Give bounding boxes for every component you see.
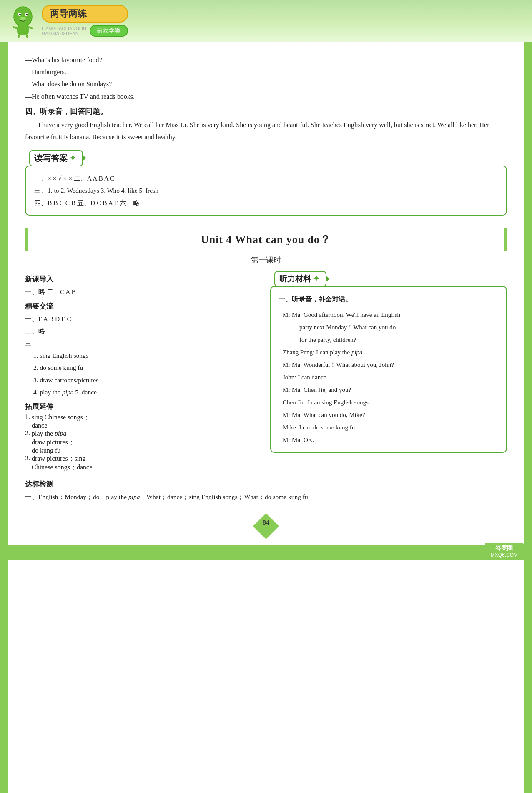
dxda-line-2: 三、1. to 2. Wednesdays 3. Who 4. like 5. … bbox=[34, 184, 498, 196]
tingli-dialog-1: party next Monday！What can you do bbox=[283, 321, 499, 334]
xinkejiaoru-line1: 一、略 二、C A B bbox=[25, 286, 262, 298]
tingli-dialog-5: John: I can dance. bbox=[283, 371, 499, 384]
right-column: 听力材料✦ 一、听录音，补全对话。 Mr Ma: Good afternoon.… bbox=[270, 271, 507, 472]
svg-line-10 bbox=[26, 34, 28, 38]
tuozhan-label: 拓展延伸 bbox=[25, 402, 262, 412]
dxda-line-1: 一、× × √ × × 二、A A B A C bbox=[34, 172, 498, 184]
tuozhan-num-1: 1. bbox=[25, 413, 30, 429]
section4-paragraph: I have a very good English teacher. We c… bbox=[25, 119, 507, 143]
svg-line-9 bbox=[18, 34, 20, 38]
badge-liangdao: 两导两练 bbox=[42, 5, 128, 23]
mascot-image bbox=[8, 4, 38, 38]
tuozhan-item-3-line-2: Chinese songs；dance bbox=[32, 463, 92, 472]
dabiao-line1: 一、English；Monday；do；play the pipa；What；d… bbox=[25, 491, 507, 503]
tingli-dialog-9: Mike: I can do some kung fu. bbox=[283, 421, 499, 434]
dabiao-section: 达标检测 一、English；Monday；do；play the pipa；W… bbox=[25, 479, 507, 503]
svg-point-5 bbox=[20, 17, 26, 20]
tuozhan-item-2-line-2: draw pictures； bbox=[32, 438, 75, 447]
footer-logo: 答案圈 MXQ€.COM bbox=[485, 543, 524, 560]
lesson-time: 第一课时 bbox=[25, 255, 507, 265]
header-badges: 两导两练 LIANGDAOLIANGLIN GAOXIAOXUEAN 高效学案 bbox=[42, 5, 128, 37]
tingli-dialog-10: Mr Ma: OK. bbox=[283, 434, 499, 446]
unit-title: Unit 4 What can you do？ bbox=[28, 232, 504, 247]
tingli-dialog-2: for the party, children? bbox=[283, 334, 499, 346]
tuozhan-item-2: 2. play the pipa； draw pictures； do kung… bbox=[25, 429, 262, 454]
main-content: —What's his favourite food? —Hamburgers.… bbox=[0, 42, 532, 511]
tuozhan-item-3-line-1: draw pictures；sing bbox=[32, 454, 92, 463]
svg-point-4 bbox=[26, 14, 28, 15]
tingli-box: 一、听录音，补全对话。 Mr Ma: Good afternoon. We'll… bbox=[270, 286, 507, 453]
page-header: 两导两练 LIANGDAOLIANGLIN GAOXIAOXUEAN 高效学案 bbox=[0, 0, 532, 42]
tingli-title: 听力材料✦ bbox=[274, 271, 326, 287]
jingyao-item-3: 3. draw cartoons/pictures bbox=[33, 374, 262, 386]
tingli-section1-label: 一、听录音，补全对话。 bbox=[279, 293, 499, 306]
tuozhan-num-3: 3. bbox=[25, 454, 30, 472]
dabiao-label: 达标检测 bbox=[25, 479, 507, 489]
tuozhan-item-3: 3. draw pictures；sing Chinese songs；danc… bbox=[25, 454, 262, 472]
dxda-container: 读写答案✦ 一、× × √ × × 二、A A B A C 三、1. to 2.… bbox=[25, 150, 507, 216]
svg-line-8 bbox=[28, 27, 33, 28]
tuozhan-item-1-line-2: dance bbox=[32, 422, 90, 429]
dxda-box: 一、× × √ × × 二、A A B A C 三、1. to 2. Wedne… bbox=[25, 166, 507, 216]
tingli-container: 听力材料✦ 一、听录音，补全对话。 Mr Ma: Good afternoon.… bbox=[270, 271, 507, 453]
dialog-line-2: —Hamburgers. bbox=[25, 66, 507, 78]
tuozhan-item-2-line-3: do kung fu bbox=[32, 447, 75, 454]
badge-gaoxiao: 高效学案 bbox=[90, 25, 128, 37]
page-number: 84 bbox=[263, 519, 270, 527]
dxda-line-3: 四、B B C C B 五、D C B A E 六、略 bbox=[34, 197, 498, 209]
tuozhan-num-2: 2. bbox=[25, 429, 30, 454]
jingyao-label: 精要交流 bbox=[25, 301, 262, 311]
tuozhan-item-1: 1. sing Chinese songs； dance bbox=[25, 413, 262, 429]
dialog-line-1: —What's his favourite food? bbox=[25, 54, 507, 65]
dialog-line-3: —What does he do on Sundays? bbox=[25, 78, 507, 90]
dxda-title: 读写答案✦ bbox=[29, 150, 83, 166]
tingli-dialog-4: Mr Ma: Wonderful！What about you, John? bbox=[283, 359, 499, 371]
dialog-line-4: —He often watches TV and reads books. bbox=[25, 91, 507, 102]
left-column: 新课导入 一、略 二、C A B 精要交流 一、F A B D E C 二、略 … bbox=[25, 271, 262, 472]
jingyao-line1: 一、F A B D E C bbox=[25, 313, 262, 325]
top-dialog-section: —What's his favourite food? —Hamburgers.… bbox=[25, 54, 507, 102]
tuozhan-item-1-line-1: sing Chinese songs； bbox=[32, 413, 90, 422]
two-column-layout: 新课导入 一、略 二、C A B 精要交流 一、F A B D E C 二、略 … bbox=[25, 271, 507, 472]
jingyao-item-1: 1. sing English songs bbox=[33, 349, 262, 361]
tuozhan-item-2-line-1: play the pipa； bbox=[32, 429, 75, 438]
xinkejiaoru-label: 新课导入 bbox=[25, 274, 262, 284]
tingli-dialog-7: Chen Jie: I can sing English songs. bbox=[283, 396, 499, 409]
page-footer: 84 答案圈 MXQ€.COM bbox=[0, 524, 532, 560]
unit-title-area: Unit 4 What can you do？ bbox=[25, 228, 507, 251]
tingli-dialog-6: Mr Ma: Chen Jie, and you? bbox=[283, 384, 499, 396]
badge-pinyin: LIANGDAOLIANGLIN GAOXIAOXUEAN bbox=[42, 26, 86, 36]
tingli-dialog-3: Zhang Peng: I can play the pipa. bbox=[283, 346, 499, 359]
footer-bar: 答案圈 MXQ€.COM bbox=[0, 545, 532, 560]
jingyao-item-2: 2. do some kung fu bbox=[33, 361, 262, 374]
svg-rect-6 bbox=[18, 25, 28, 34]
jingyao-line2: 二、略 bbox=[25, 325, 262, 337]
svg-point-3 bbox=[19, 14, 21, 15]
tuozhan-section: 拓展延伸 1. sing Chinese songs； dance 2. pla… bbox=[25, 402, 262, 472]
xinkejiaoru-section: 新课导入 一、略 二、C A B bbox=[25, 274, 262, 298]
jingyao-section: 精要交流 一、F A B D E C 二、略 三、 1. sing Englis… bbox=[25, 301, 262, 399]
jingyao-item-4: 4. play the pipa 5. dance bbox=[33, 386, 262, 398]
svg-line-7 bbox=[13, 27, 18, 28]
tingli-dialog-8: Mr Ma: What can you do, Mike? bbox=[283, 409, 499, 421]
jingyao-line3: 三、 bbox=[25, 337, 262, 349]
section4-title: 四、听录音，回答问题。 bbox=[25, 106, 507, 116]
tingli-dialog-0: Mr Ma: Good afternoon. We'll have an Eng… bbox=[283, 309, 499, 321]
